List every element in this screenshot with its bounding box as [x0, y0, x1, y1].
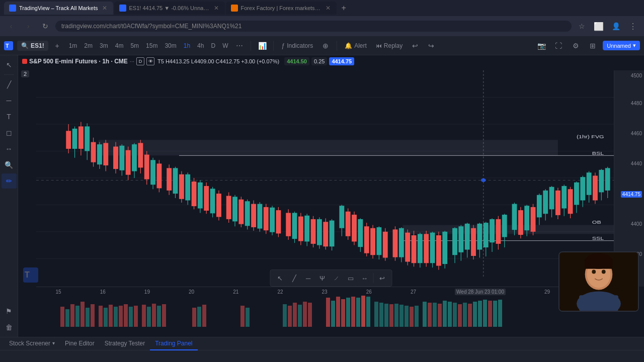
svg-rect-176: [599, 170, 604, 193]
svg-rect-20: [85, 126, 90, 151]
tool-trash[interactable]: 🗑: [2, 320, 17, 335]
svg-rect-203: [162, 304, 166, 327]
price-current: 4414.75: [621, 191, 642, 198]
svg-rect-246: [488, 301, 492, 327]
tv-toolbar: T 🔍 ES1! + 1m 2m 3m 4m 5m 15m 30m 1h 4h …: [0, 36, 644, 55]
tab-close-es1[interactable]: ✕: [213, 4, 220, 13]
settings-button[interactable]: ⋮: [626, 19, 640, 33]
fullscreen-button[interactable]: ⛶: [551, 39, 566, 53]
draw-fib-button[interactable]: Ψ: [316, 272, 329, 285]
timeframe-15m[interactable]: 15m: [143, 41, 160, 51]
draw-hline-button[interactable]: ─: [302, 272, 315, 285]
svg-rect-106: [370, 228, 375, 255]
account-button[interactable]: Unnamed ▾: [603, 41, 640, 50]
svg-rect-186: [70, 304, 74, 327]
tab-close-tv[interactable]: ✕: [101, 4, 108, 13]
extension-button[interactable]: ⬜: [592, 19, 606, 33]
svg-rect-212: [298, 305, 302, 327]
back-button[interactable]: ‹: [4, 19, 18, 33]
redo-button[interactable]: ↪: [424, 39, 438, 53]
account-label: Unnamed: [607, 43, 631, 49]
tab-es1[interactable]: ES1! 4414.75 ▼ -0.06% Unnam... ✕: [114, 2, 225, 15]
compare-button[interactable]: ⊕: [318, 39, 333, 53]
bookmark-button[interactable]: ☆: [575, 19, 589, 33]
tab-stock-screener[interactable]: Stock Screener ▾: [4, 337, 60, 350]
price-4400: 4400: [631, 221, 642, 227]
svg-rect-237: [443, 301, 447, 327]
symbol-settings[interactable]: D: [136, 57, 144, 65]
timeframe-3m[interactable]: 3m: [97, 41, 111, 51]
timeframe-4h[interactable]: 4h: [195, 41, 206, 51]
tab-ff[interactable]: Forex Factory | Forex markets fo... ✕: [226, 2, 337, 15]
timeframe-30m[interactable]: 30m: [162, 41, 179, 51]
chart-type-button[interactable]: 📊: [255, 39, 269, 53]
drawing-toolbar: ↖ ╱ ─ Ψ ⟋ ▭ ↔ ↩: [270, 269, 392, 287]
draw-trendline-button[interactable]: ⟋: [330, 272, 343, 285]
tool-draw[interactable]: ✏: [2, 173, 17, 189]
tab-close-ff[interactable]: ✕: [325, 4, 332, 13]
svg-rect-234: [428, 303, 432, 327]
tool-measure[interactable]: ↔: [2, 141, 17, 156]
tool-line[interactable]: ╱: [2, 77, 17, 92]
settings-gear-button[interactable]: ⚙: [569, 39, 583, 53]
draw-undo-button[interactable]: ↩: [376, 272, 389, 285]
tool-text[interactable]: T: [2, 109, 17, 124]
tab-strategy-tester[interactable]: Strategy Tester: [100, 337, 150, 350]
timeframe-d[interactable]: D: [208, 41, 218, 51]
tab-strategy-label: Strategy Tester: [105, 340, 145, 347]
svg-rect-231: [410, 307, 414, 327]
timeframe-4m[interactable]: 4m: [113, 41, 126, 51]
timeframe-1m[interactable]: 1m: [66, 41, 80, 51]
svg-rect-116: [405, 233, 410, 262]
draw-rect-button[interactable]: ▭: [344, 272, 357, 285]
svg-rect-74: [264, 207, 269, 230]
svg-rect-62: [226, 196, 231, 219]
undo-button[interactable]: ↩: [408, 39, 422, 53]
indicators-label: Indicators: [287, 42, 313, 49]
svg-rect-16: [72, 129, 77, 149]
tab-trading-panel[interactable]: Trading Panel: [150, 337, 197, 350]
new-tab-button[interactable]: +: [338, 4, 350, 13]
webcam-overlay: [558, 251, 639, 312]
forward-button[interactable]: ›: [21, 19, 35, 33]
tool-flag[interactable]: ⚑: [2, 304, 17, 319]
profile-button[interactable]: 👤: [609, 19, 623, 33]
refresh-button[interactable]: ↻: [38, 19, 52, 33]
draw-line-button[interactable]: ╱: [288, 272, 301, 285]
svg-rect-92: [323, 222, 328, 246]
svg-rect-158: [543, 191, 548, 214]
tool-zoom[interactable]: 🔍: [2, 157, 17, 172]
svg-text:(1hr) FVG: (1hr) FVG: [577, 134, 604, 139]
svg-rect-170: [580, 177, 585, 200]
camera-button[interactable]: 📷: [534, 39, 548, 53]
symbol-text: ES1!: [31, 42, 44, 49]
draw-cursor-button[interactable]: ↖: [274, 272, 287, 285]
more-timeframes-button[interactable]: ⋯: [232, 39, 247, 53]
timeframe-5m[interactable]: 5m: [128, 41, 141, 51]
symbol-search[interactable]: 🔍 ES1!: [17, 41, 48, 51]
tab-pine-editor[interactable]: Pine Editor: [60, 337, 100, 350]
timeframe-1h[interactable]: 1h: [181, 41, 193, 51]
replay-button[interactable]: ⏮ Replay: [372, 41, 406, 51]
alert-label: Alert: [354, 42, 367, 49]
tab-tradingview[interactable]: TradingView – Track All Markets ✕: [4, 2, 113, 15]
svg-rect-40: [150, 160, 155, 185]
tool-cursor[interactable]: ↖: [2, 57, 17, 72]
separator-3: [337, 41, 337, 51]
timeframe-w[interactable]: W: [220, 41, 230, 51]
alert-button[interactable]: 🔔 Alert: [341, 41, 370, 51]
indicators-button[interactable]: ƒ Indicators: [278, 41, 316, 51]
tool-shapes[interactable]: ◻: [2, 125, 17, 140]
layout-button[interactable]: ⊞: [586, 39, 600, 53]
chart-area[interactable]: S&P 500 E-mini Futures · 1h · CME ··· D …: [18, 55, 644, 337]
search-icon: 🔍: [21, 42, 29, 49]
add-chart-button[interactable]: +: [50, 39, 64, 53]
svg-rect-120: [418, 234, 423, 263]
symbol-toggle[interactable]: 👁: [146, 57, 154, 65]
draw-measure-button[interactable]: ↔: [358, 272, 371, 285]
svg-rect-94: [330, 221, 335, 247]
tool-hline[interactable]: ─: [2, 93, 17, 108]
timeframe-2m[interactable]: 2m: [82, 41, 95, 51]
svg-rect-174: [593, 175, 598, 200]
address-bar[interactable]: tradingview.com/chart/t0ACfWfa/?symbol=C…: [55, 21, 572, 32]
